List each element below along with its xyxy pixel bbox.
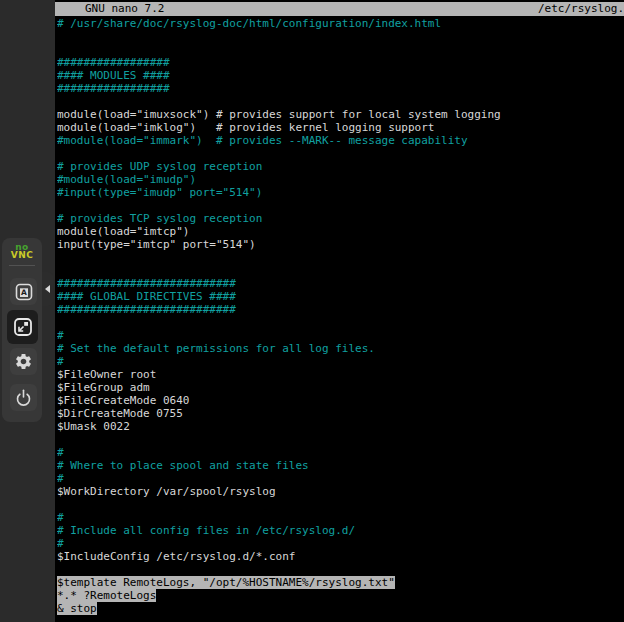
terminal-window: GNU nano 7.2 /etc/rsyslog. # /usr/share/…	[55, 0, 624, 622]
editor-line: #	[57, 329, 624, 342]
editor-line	[57, 251, 624, 264]
editor-content[interactable]: # /usr/share/doc/rsyslog-doc/html/config…	[57, 17, 624, 622]
editor-line	[57, 147, 624, 160]
editor-line: $FileOwner root	[57, 368, 624, 381]
editor-line: #################	[57, 56, 624, 69]
editor-line: # provides TCP syslog reception	[57, 212, 624, 225]
editor-line	[57, 316, 624, 329]
power-icon	[13, 387, 34, 408]
editor-line: ###########################	[57, 277, 624, 290]
editor-line	[57, 43, 624, 56]
editor-line	[57, 563, 624, 576]
editor-line: $WorkDirectory /var/spool/rsyslog	[57, 485, 624, 498]
editor-line	[57, 433, 624, 446]
clipboard-icon: A	[14, 282, 34, 302]
settings-button[interactable]	[10, 348, 37, 375]
editor-line: #module(load="imudp")	[57, 173, 624, 186]
panel-divider	[9, 265, 35, 266]
power-button[interactable]	[10, 384, 37, 411]
editor-line: #input(type="imudp" port="514")	[57, 186, 624, 199]
editor-line: ###########################	[57, 303, 624, 316]
editor-line: $DirCreateMode 0755	[57, 407, 624, 420]
editor-line: #	[57, 446, 624, 459]
editor-line: #	[57, 537, 624, 550]
editor-line: #	[57, 472, 624, 485]
clipboard-button[interactable]: A	[10, 278, 37, 305]
editor-line: #module(load="immark") # provides --MARK…	[57, 134, 624, 147]
novnc-control-panel: no VNC A	[2, 238, 42, 422]
editor-line: module(load="imuxsock") # provides suppo…	[57, 108, 624, 121]
editor-line	[57, 264, 624, 277]
editor-line: #################	[57, 82, 624, 95]
editor-line: *.* ?RemoteLogs	[57, 589, 624, 602]
collapse-left-icon	[45, 285, 50, 293]
editor-line: #	[57, 355, 624, 368]
editor-line	[57, 199, 624, 212]
editor-line: module(load="imtcp")	[57, 225, 624, 238]
editor-line: $template RemoteLogs, "/opt/%HOSTNAME%/r…	[57, 576, 624, 589]
editor-line: # provides UDP syslog reception	[57, 160, 624, 173]
file-path: /etc/rsyslog.	[538, 2, 624, 16]
editor-line: #	[57, 511, 624, 524]
editor-line: & stop	[57, 602, 624, 615]
editor-line	[57, 95, 624, 108]
editor-line: $FileGroup adm	[57, 381, 624, 394]
fullscreen-button[interactable]	[7, 310, 38, 344]
editor-line: input(type="imtcp" port="514")	[57, 238, 624, 251]
editor-line: $IncludeConfig /etc/rsyslog.d/*.conf	[57, 550, 624, 563]
editor-line: #### GLOBAL DIRECTIVES ####	[57, 290, 624, 303]
novnc-logo: no VNC	[2, 243, 42, 260]
editor-line: # /usr/share/doc/rsyslog-doc/html/config…	[57, 17, 624, 30]
editor-line	[57, 30, 624, 43]
panel-collapse-handle[interactable]	[42, 272, 53, 306]
editor-line: # Set the default permissions for all lo…	[57, 342, 624, 355]
nano-titlebar: GNU nano 7.2 /etc/rsyslog.	[55, 2, 624, 16]
fullscreen-icon	[12, 316, 34, 338]
editor-line: module(load="imklog") # provides kernel …	[57, 121, 624, 134]
svg-text:A: A	[21, 288, 27, 297]
gear-icon	[14, 352, 33, 371]
editor-line: #### MODULES ####	[57, 69, 624, 82]
editor-line: $Umask 0022	[57, 420, 624, 433]
editor-line: # Where to place spool and state files	[57, 459, 624, 472]
editor-line: # Include all config files in /etc/rsysl…	[57, 524, 624, 537]
editor-line	[57, 498, 624, 511]
novnc-logo-vnc: VNC	[2, 251, 42, 260]
editor-line: $FileCreateMode 0640	[57, 394, 624, 407]
app-title: GNU nano 7.2	[55, 2, 164, 16]
vnc-screen: GNU nano 7.2 /etc/rsyslog. # /usr/share/…	[0, 0, 624, 622]
